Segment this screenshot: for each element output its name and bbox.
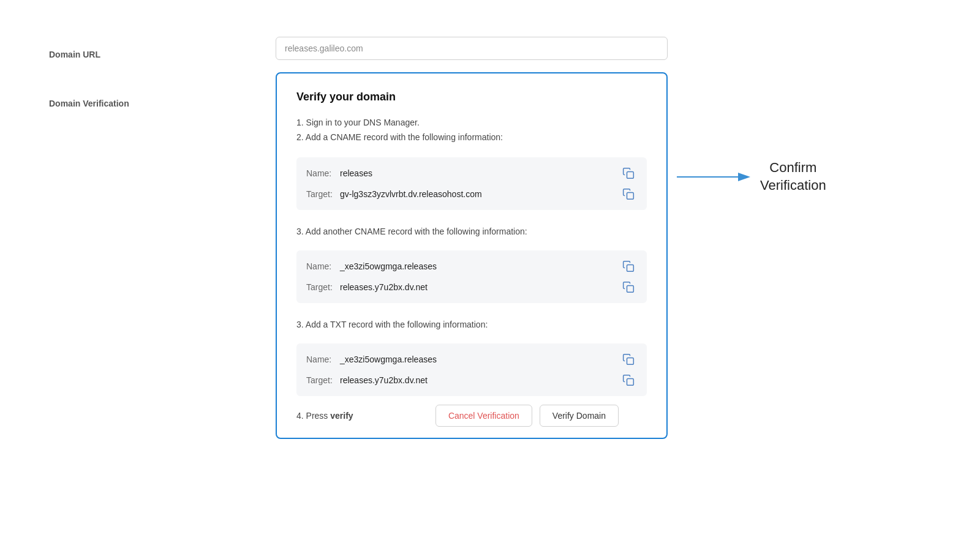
confirm-verification-section: Confirm Verification xyxy=(677,159,919,194)
svg-rect-1 xyxy=(627,192,634,199)
step-1-text: Sign in to your DNS Manager. xyxy=(306,118,420,127)
step-3-txt-instruction: 3. Add a TXT record with the following i… xyxy=(296,318,647,331)
arrow-line xyxy=(677,168,750,186)
confirm-verification-text: Confirm Verification xyxy=(760,159,826,194)
cname-record-1-box: Name: releases Target: gv-lg3sz3yzvlvrbt… xyxy=(296,157,647,210)
verify-domain-title: Verify your domain xyxy=(296,91,647,103)
domain-verification-label: Domain Verification xyxy=(49,99,129,108)
left-labels-panel: Domain URL Domain Verification xyxy=(49,37,276,439)
domain-url-label: Domain URL xyxy=(49,50,100,59)
cancel-verification-button[interactable]: Cancel Verification xyxy=(435,405,532,427)
main-content-panel: Verify your domain 1. Sign in to your DN… xyxy=(276,37,668,439)
txt-record-name-label: Name: xyxy=(306,354,340,364)
svg-rect-2 xyxy=(627,264,634,271)
txt-record-name-row: Name: _xe3zi5owgmga.releases xyxy=(306,352,637,367)
txt-record-target-label: Target: xyxy=(306,375,340,385)
steps-1-2: 1. Sign in to your DNS Manager. 2. Add a… xyxy=(296,116,647,145)
copy-cname2-target-button[interactable] xyxy=(620,280,637,294)
svg-rect-5 xyxy=(627,379,634,386)
cname-record-2-name-value: _xe3zi5owgmga.releases xyxy=(340,261,620,271)
txt-record-box: Name: _xe3zi5owgmga.releases Target: rel… xyxy=(296,343,647,396)
step-3a-number: 3. xyxy=(296,227,304,236)
txt-record-name-value: _xe3zi5owgmga.releases xyxy=(340,354,620,364)
svg-rect-0 xyxy=(627,171,634,178)
cname-record-1-target-row: Target: gv-lg3sz3yzvlvrbt.dv.releasohost… xyxy=(306,187,637,201)
copy-txt-target-button[interactable] xyxy=(620,373,637,388)
copy-txt-name-button[interactable] xyxy=(620,352,637,367)
txt-record-target-value: releases.y7u2bx.dv.net xyxy=(340,375,620,385)
svg-rect-3 xyxy=(627,285,634,292)
verification-box: Verify your domain 1. Sign in to your DN… xyxy=(276,72,668,439)
cname-record-2-box: Name: _xe3zi5owgmga.releases Target: rel… xyxy=(296,250,647,303)
footer-buttons: Cancel Verification Verify Domain xyxy=(227,405,619,427)
cname-record-1-target-value: gv-lg3sz3yzvlvrbt.dv.releasohost.com xyxy=(340,189,620,199)
step-3a-text: Add another CNAME record with the follow… xyxy=(306,227,527,236)
step-1-number: 1. xyxy=(296,118,304,127)
verify-domain-button[interactable]: Verify Domain xyxy=(540,405,619,427)
txt-record-target-row: Target: releases.y7u2bx.dv.net xyxy=(306,373,637,388)
svg-rect-4 xyxy=(627,358,634,365)
cname-record-1-name-value: releases xyxy=(340,168,620,178)
domain-verification-label-row: Domain Verification xyxy=(49,98,276,109)
step-3b-number: 3. xyxy=(296,320,304,329)
step-2-number: 2. xyxy=(296,132,304,142)
domain-url-label-row: Domain URL xyxy=(49,49,276,60)
domain-url-input[interactable] xyxy=(276,37,668,60)
cname-record-2-name-row: Name: _xe3zi5owgmga.releases xyxy=(306,259,637,274)
step-3b-text: Add a TXT record with the following info… xyxy=(306,320,488,329)
copy-cname1-target-button[interactable] xyxy=(620,187,637,201)
cname-record-2-target-row: Target: releases.y7u2bx.dv.net xyxy=(306,280,637,294)
cname-record-2-name-label: Name: xyxy=(306,261,340,271)
cname-record-1-name-row: Name: releases xyxy=(306,166,637,181)
step-2-text: Add a CNAME record with the following in… xyxy=(306,132,503,142)
copy-cname2-name-button[interactable] xyxy=(620,259,637,274)
svg-marker-7 xyxy=(738,173,750,181)
cname-record-2-target-label: Target: xyxy=(306,282,340,292)
copy-cname1-name-button[interactable] xyxy=(620,166,637,181)
step-3-cname-instruction: 3. Add another CNAME record with the fol… xyxy=(296,225,647,238)
cname-record-1-name-label: Name: xyxy=(306,168,340,178)
cname-record-2-target-value: releases.y7u2bx.dv.net xyxy=(340,282,620,292)
cname-record-1-target-label: Target: xyxy=(306,189,340,199)
